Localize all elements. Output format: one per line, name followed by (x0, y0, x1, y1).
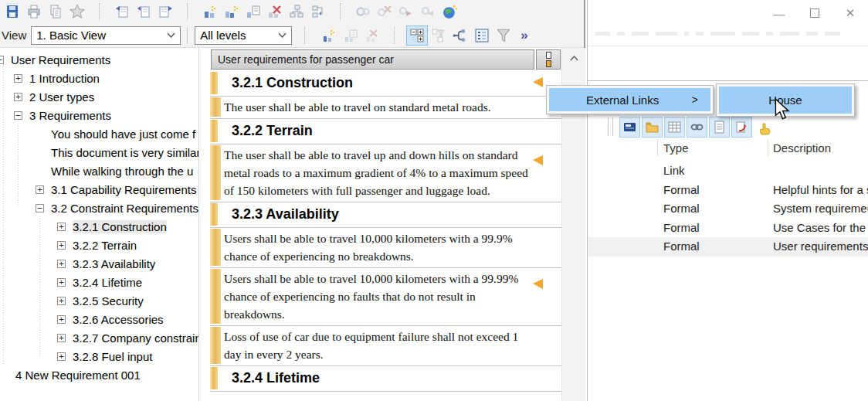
expand-plus-icon[interactable]: + (57, 223, 66, 231)
menu-item-external-links[interactable]: External Links > (549, 88, 710, 111)
column-indicator-icon (546, 52, 551, 67)
requirement-text: Users shall be able to travel 10,000 kil… (210, 268, 561, 325)
export-icon[interactable] (731, 117, 752, 138)
tree-item[interactable]: 4 New Requirement 001 (0, 366, 198, 385)
list-row[interactable]: FormalSystem requiremen (588, 199, 868, 219)
column-header-type[interactable]: Type (663, 141, 689, 155)
requirement-text: The user shall be able to travel up and … (210, 144, 561, 202)
scroll-up-button[interactable] (562, 48, 585, 68)
tree-item[interactable]: +2 User types (0, 88, 198, 107)
requirement-text-row[interactable]: Loss of use of car due to equipment fail… (210, 326, 561, 366)
new-chart-icon[interactable] (318, 25, 340, 46)
expand-plus-icon[interactable]: + (57, 315, 66, 324)
links-browser-icon[interactable] (449, 25, 471, 46)
save-icon[interactable] (2, 2, 23, 22)
toolbar-separator (340, 3, 341, 20)
print-icon[interactable] (23, 2, 45, 22)
expand-plus-icon[interactable]: + (57, 241, 66, 250)
document-icon[interactable] (709, 117, 730, 138)
requirement-heading-row[interactable]: 3.2.2 Terrain (210, 119, 561, 144)
object-indicator-bar (210, 145, 221, 200)
requirement-text-row[interactable]: Users shall be able to travel 10,000 kil… (210, 228, 561, 268)
expand-plus-icon[interactable]: + (57, 334, 66, 342)
delete-link-icon[interactable] (374, 2, 395, 22)
follow-outlink-icon[interactable] (395, 2, 417, 22)
tree-item[interactable]: +3.2.6 Accessories (0, 311, 198, 329)
tree-item[interactable]: While walking through the u (0, 162, 198, 181)
tree-item[interactable]: You should have just come f (0, 125, 198, 144)
promote-object-icon[interactable] (111, 2, 133, 22)
tree-item[interactable]: −User Requirements (0, 51, 198, 70)
folder-icon[interactable] (642, 117, 663, 138)
list-row[interactable]: FormalUse Cases for the (588, 219, 868, 238)
tree-item[interactable]: +3.2.5 Security (0, 292, 198, 311)
tree-item[interactable]: +3.2.2 Terrain (0, 236, 198, 255)
tree-item[interactable]: This document is very similar (0, 144, 198, 162)
delete-object-icon[interactable] (264, 2, 286, 22)
filter-objects-icon[interactable] (428, 25, 449, 46)
expand-plus-icon[interactable]: + (14, 93, 22, 101)
list-row[interactable]: Link (588, 161, 868, 181)
web-globe-icon[interactable] (439, 2, 460, 22)
tree-item[interactable]: +1 Introduction (0, 70, 198, 88)
requirement-text-row[interactable]: Users shall be able to travel 10,000 kil… (210, 268, 561, 326)
column-indicator-cell[interactable] (536, 49, 561, 70)
maximize-button[interactable] (797, 3, 832, 23)
module-tree-panel: −User Requirements+1 Introduction+2 User… (0, 48, 199, 401)
toolbar-overflow-chevron[interactable]: » (520, 28, 526, 43)
tree-items: −User Requirements+1 Introduction+2 User… (0, 51, 198, 385)
collapse-minus-icon[interactable]: − (36, 204, 44, 212)
copy-icon[interactable] (45, 2, 66, 22)
new-child-object-icon[interactable] (221, 2, 242, 22)
expand-plus-icon[interactable]: + (57, 278, 66, 287)
promote-all-icon[interactable] (133, 2, 154, 22)
expand-plus-icon[interactable]: + (57, 297, 66, 305)
tree-item[interactable]: +3.2.8 Fuel input (0, 348, 198, 366)
minimize-button[interactable]: — (761, 3, 797, 23)
levels-combobox[interactable]: All levels (195, 26, 292, 45)
table-icon[interactable] (664, 117, 685, 138)
outline-expand-collapse-icon[interactable] (406, 25, 428, 46)
close-button[interactable]: ✕ (832, 3, 868, 23)
link-hierarchy-icon[interactable] (286, 2, 307, 22)
requirement-heading-row[interactable]: 3.2.3 Availability (210, 202, 561, 228)
collapse-minus-icon[interactable]: − (0, 56, 4, 64)
requirement-heading-row[interactable]: 3.2.1 Construction (210, 71, 561, 97)
tree-item[interactable]: −3.2 Constraint Requirements (0, 199, 198, 218)
requirement-heading-row[interactable]: 3.2.4 Lifetime (210, 366, 561, 392)
tree-item[interactable]: +3.2.7 Company constrain (0, 329, 198, 348)
collapse-minus-icon[interactable]: − (14, 111, 22, 120)
link-arrow-icon[interactable] (307, 2, 329, 22)
chart-properties-icon[interactable] (340, 25, 361, 46)
requirement-text-row[interactable]: The user shall be able to travel up and … (210, 144, 561, 202)
new-object-icon[interactable] (199, 2, 221, 22)
link-icon[interactable] (687, 117, 707, 138)
tree-item[interactable]: +3.2.3 Availability (0, 255, 198, 274)
hand-icon[interactable] (757, 117, 775, 136)
create-link-icon[interactable] (352, 2, 374, 22)
outline-view-icon[interactable] (471, 25, 493, 46)
tree-item[interactable]: +3.2.4 Lifetime (0, 274, 198, 292)
link-indicator-arrow-icon[interactable] (533, 155, 543, 165)
list-row[interactable]: FormalUser requirements (588, 237, 868, 257)
expand-plus-icon[interactable]: + (36, 185, 44, 194)
tree-item[interactable]: +3.1 Capability Requirements (0, 181, 198, 199)
column-header-description[interactable]: Description (773, 141, 831, 155)
follow-inlink-icon[interactable] (417, 2, 439, 22)
view-combobox[interactable]: 1. Basic View (31, 26, 181, 45)
copy-object-icon[interactable] (242, 2, 264, 22)
link-indicator-arrow-icon[interactable] (533, 77, 543, 87)
tree-item[interactable]: +3.2.1 Construction (0, 218, 198, 236)
expand-plus-icon[interactable]: + (57, 352, 66, 361)
demote-object-icon[interactable] (154, 2, 176, 22)
expand-plus-icon[interactable]: + (14, 74, 22, 83)
requirement-text-row[interactable]: The user shall be able to travel on stan… (210, 97, 561, 119)
favorites-star-icon[interactable] (66, 2, 88, 22)
tree-item[interactable]: −3 Requirements (0, 107, 198, 125)
filter-icon[interactable] (493, 25, 514, 46)
expand-plus-icon[interactable]: + (57, 260, 66, 268)
module-icon[interactable] (619, 117, 640, 138)
list-row[interactable]: FormalHelpful hints for a s (588, 181, 868, 200)
delete-chart-icon[interactable] (361, 25, 383, 46)
link-indicator-arrow-icon[interactable] (533, 279, 543, 289)
